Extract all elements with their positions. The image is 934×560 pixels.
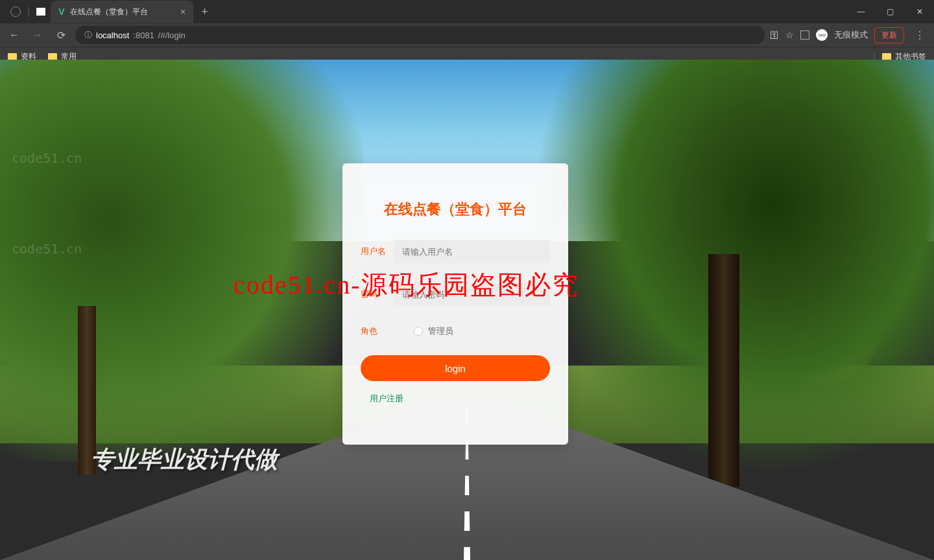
bookmark-star-icon[interactable]: ☆ (785, 30, 794, 40)
extension-icon[interactable] (800, 30, 809, 40)
page-content: code51.cn code51.cn 在线点餐（堂食）平台 用户名 密码 角色… (0, 60, 934, 560)
browser-tab-active[interactable]: V 在线点餐（堂食）平台 × (51, 1, 193, 23)
username-label: 用户名 (361, 246, 394, 257)
radio-icon (414, 327, 423, 336)
menu-icon[interactable]: ⋮ (911, 29, 929, 41)
url-port: :8081 (133, 30, 154, 40)
update-button[interactable]: 更新 (874, 27, 904, 43)
minimize-icon[interactable]: — (846, 2, 876, 21)
incognito-icon: 👓 (816, 29, 828, 41)
role-row: 角色 管理员 (361, 325, 550, 337)
toolbar-right: ⚿ ☆ 👓 无痕模式 更新 ⋮ (770, 27, 929, 43)
url-host: localhost (96, 30, 129, 40)
close-window-icon[interactable]: ✕ (905, 2, 934, 21)
separator: | (27, 6, 30, 18)
role-option-label: 管理员 (428, 325, 453, 337)
info-icon: ⓘ (84, 30, 92, 41)
back-icon[interactable]: ← (5, 29, 23, 41)
username-input[interactable] (394, 240, 550, 263)
vue-icon: V (58, 6, 64, 17)
key-icon[interactable]: ⚿ (770, 30, 779, 40)
login-card: 在线点餐（堂食）平台 用户名 密码 角色 管理员 login 用户注册 (342, 163, 568, 445)
login-button[interactable]: login (361, 355, 550, 381)
maximize-icon[interactable]: ▢ (876, 2, 905, 21)
role-label: 角色 (361, 325, 394, 337)
watermark-center: code51.cn-源码乐园盗图必究 (234, 267, 579, 303)
globe-icon[interactable] (10, 6, 21, 17)
watermark-faint: code51.cn (12, 241, 82, 257)
address-bar: ← → ⟳ ⓘ localhost:8081/#/login ⚿ ☆ 👓 无痕模… (0, 23, 934, 47)
browser-chrome: | V 在线点餐（堂食）平台 × + — ▢ ✕ ← → ⟳ ⓘ localho… (0, 0, 934, 60)
close-icon[interactable]: × (180, 6, 186, 17)
register-link[interactable]: 用户注册 (361, 393, 550, 404)
tab-pre-icons: | (5, 6, 51, 18)
login-title: 在线点餐（堂食）平台 (361, 200, 550, 219)
tab-title: 在线点餐（堂食）平台 (70, 6, 148, 18)
watermark-faint: code51.cn (12, 150, 82, 166)
url-input[interactable]: ⓘ localhost:8081/#/login (75, 26, 765, 44)
page-icon[interactable] (36, 8, 45, 16)
username-row: 用户名 (361, 240, 550, 263)
tab-bar: | V 在线点餐（堂食）平台 × + — ▢ ✕ (0, 0, 934, 23)
watermark-bottom: 专业毕业设计代做 (91, 444, 278, 476)
role-option-admin[interactable]: 管理员 (414, 325, 453, 337)
url-path: /#/login (158, 30, 186, 40)
new-tab-button[interactable]: + (193, 5, 216, 19)
incognito-label: 无痕模式 (834, 29, 868, 41)
forward-icon[interactable]: → (29, 29, 47, 41)
reload-icon[interactable]: ⟳ (52, 29, 70, 41)
